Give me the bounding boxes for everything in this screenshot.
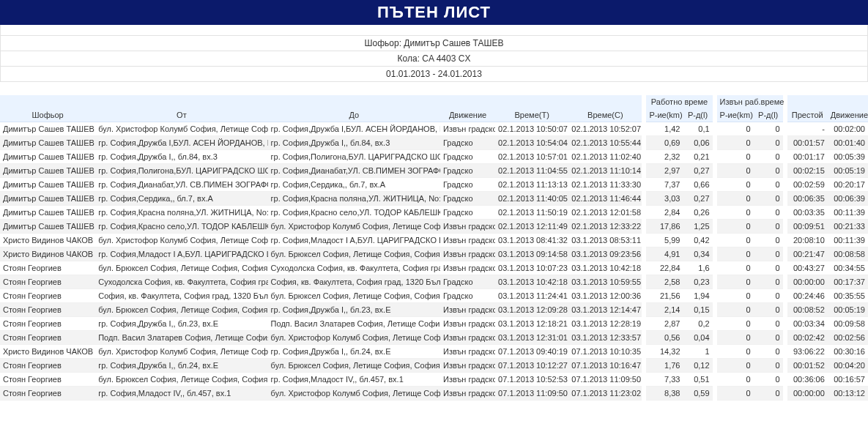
cell-driver: Стоян Георгиев	[0, 387, 95, 400]
cell-wk-l: 0,23	[683, 275, 713, 289]
col-wk-km: Р-ие(km)	[646, 108, 683, 122]
cell-md: 00:06:39	[828, 192, 868, 206]
cell-mv: Извън градско	[440, 234, 495, 247]
cell-md: 00:04:20	[828, 359, 868, 373]
cell-wk-km: 2,87	[646, 317, 683, 331]
cell-wk-km: 21,56	[646, 289, 683, 303]
cell-ow-l: 0	[754, 359, 783, 373]
cell-ow-km: 0	[717, 150, 754, 164]
cell-ow-km: 0	[717, 261, 754, 275]
cell-driver: Димитър Сашев ТАШЕВ	[0, 136, 95, 150]
cell-ow-l: 0	[754, 178, 783, 192]
cell-tt: 02.1.2013 11:04:55	[495, 164, 568, 178]
cell-driver: Димитър Сашев ТАШЕВ	[0, 164, 95, 178]
col-from-top	[95, 95, 267, 108]
cell-driver: Христо Видинов ЧАКОВ	[0, 234, 95, 247]
cell-wk-l: 0,42	[683, 234, 713, 247]
cell-tt: 02.1.2013 10:50:07	[495, 122, 568, 136]
cell-wk-km: 17,86	[646, 220, 683, 234]
cell-driver: Димитър Сашев ТАШЕВ	[0, 192, 95, 206]
cell-ow-km: 0	[717, 345, 754, 359]
table-row: Стоян Георгиевбул. Брюксел София, Летище…	[0, 373, 868, 387]
cell-mv: Извън градско	[440, 303, 495, 317]
cell-from: гр. София,Полигона,БУЛ. ЦАРИГРАДСКО ШОСЕ…	[95, 164, 267, 178]
cell-wk-km: 2,84	[646, 206, 683, 220]
table-row: Стоян Георгиевбул. Брюксел София, Летище…	[0, 303, 868, 317]
col-ow-km: Р-ие(km)	[717, 108, 754, 122]
cell-wk-l: 0,2	[683, 317, 713, 331]
cell-from: гр. София,Дружба I,БУЛ. АСЕН ЙОРДАНОВ, N…	[95, 136, 267, 150]
cell-tc: 03.1.2013 09:23:56	[568, 247, 642, 261]
cell-wk-km: 1,42	[646, 122, 683, 136]
cell-driver: Стоян Георгиев	[0, 261, 95, 275]
cell-to: бул. Христофор Колумб София, Летище Софи…	[268, 387, 440, 400]
cell-from: бул. Христофор Колумб София, Летище Софи…	[95, 345, 267, 359]
cell-mv: Градско	[440, 192, 495, 206]
table-row: Христо Видинов ЧАКОВбул. Христофор Колум…	[0, 345, 868, 359]
cell-mv: Градско	[440, 275, 495, 289]
cell-mv: Извън градско	[440, 373, 495, 387]
cell-ow-l: 0	[754, 317, 783, 331]
cell-tt: 02.1.2013 11:13:13	[495, 178, 568, 192]
cell-ow-km: 0	[717, 247, 754, 261]
cell-idle: 00:01:52	[787, 359, 828, 373]
cell-ow-l: 0	[754, 206, 783, 220]
table-row: Димитър Сашев ТАШЕВгр. София,Красна поля…	[0, 206, 868, 220]
cell-wk-l: 0,04	[683, 331, 713, 345]
cell-wk-km: 2,97	[646, 164, 683, 178]
cell-ow-km: 0	[717, 192, 754, 206]
cell-wk-l: 0,34	[683, 247, 713, 261]
cell-idle: 00:01:57	[787, 136, 828, 150]
col-time-c: Време(C)	[568, 108, 642, 122]
cell-ow-km: 0	[717, 373, 754, 387]
cell-ow-km: 0	[717, 234, 754, 247]
col-mov-dur: Движение	[828, 108, 868, 122]
cell-tt: 07.1.2013 11:09:50	[495, 387, 568, 400]
cell-driver: Димитър Сашев ТАШЕВ	[0, 122, 95, 136]
cell-driver: Стоян Георгиев	[0, 275, 95, 289]
cell-from: гр. София,Дианабат,УЛ. СВ.ПИМЕН ЗОГРАФСК…	[95, 178, 267, 192]
cell-idle: 00:00:00	[787, 275, 828, 289]
cell-wk-km: 22,84	[646, 261, 683, 275]
col-to-top	[268, 95, 440, 108]
cell-idle: 00:09:51	[787, 220, 828, 234]
cell-tc: 03.1.2013 12:00:36	[568, 289, 642, 303]
date-range-line: 01.01.2013 - 24.01.2013	[0, 67, 868, 82]
cell-ow-km: 0	[717, 164, 754, 178]
cell-to: гр. София,Младост I A,БУЛ. ЦАРИГРАДСКО Ш…	[268, 234, 440, 247]
cell-idle: -	[787, 122, 828, 136]
cell-driver: Стоян Георгиев	[0, 303, 95, 317]
cell-tt: 02.1.2013 11:40:05	[495, 192, 568, 206]
cell-from: бул. Брюксел София, Летище София, София …	[95, 261, 267, 275]
cell-ow-l: 0	[754, 150, 783, 164]
table-row: Димитър Сашев ТАШЕВгр. София,Полигона,БУ…	[0, 164, 868, 178]
cell-mv: Извън градско	[440, 220, 495, 234]
cell-to: гр. София,Младост IV,, бл.457, вх.1	[268, 373, 440, 387]
cell-md: 00:16:57	[828, 373, 868, 387]
table-row: Христо Видинов ЧАКОВбул. Христофор Колум…	[0, 234, 868, 247]
cell-ow-km: 0	[717, 387, 754, 400]
cell-md: 00:05:19	[828, 164, 868, 178]
cell-driver: Стоян Георгиев	[0, 331, 95, 345]
cell-ow-l: 0	[754, 275, 783, 289]
cell-driver: Стоян Георгиев	[0, 373, 95, 387]
cell-to: гр. София,Дружба I,, бл.24, вх.Е	[268, 345, 440, 359]
cell-driver: Стоян Георгиев	[0, 317, 95, 331]
cell-from: гр. София,Дружба I,, бл.84, вх.3	[95, 150, 267, 164]
cell-from: гр. София,Дружба I,, бл.24, вх.Е	[95, 359, 267, 373]
cell-idle: 20:08:10	[787, 234, 828, 247]
cell-md: 00:34:55	[828, 261, 868, 275]
col-time-t: Време(T)	[495, 108, 568, 122]
cell-idle: 00:24:46	[787, 289, 828, 303]
cell-tc: 02.1.2013 11:33:30	[568, 178, 642, 192]
cell-ow-km: 0	[717, 220, 754, 234]
table-row: Димитър Сашев ТАШЕВгр. София,Дружба I,БУ…	[0, 136, 868, 150]
cell-wk-l: 0,06	[683, 136, 713, 150]
cell-idle: 00:02:15	[787, 164, 828, 178]
cell-wk-km: 8,38	[646, 387, 683, 400]
cell-tc: 07.1.2013 10:10:35	[568, 345, 642, 359]
cell-wk-l: 1,6	[683, 261, 713, 275]
cell-to: София, кв. Факултета, София град, 1320 Б…	[268, 275, 440, 289]
cell-from: гр. София,Красно село,УЛ. ТОДОР КАБЛЕШКО…	[95, 220, 267, 234]
cell-tt: 03.1.2013 09:14:58	[495, 247, 568, 261]
